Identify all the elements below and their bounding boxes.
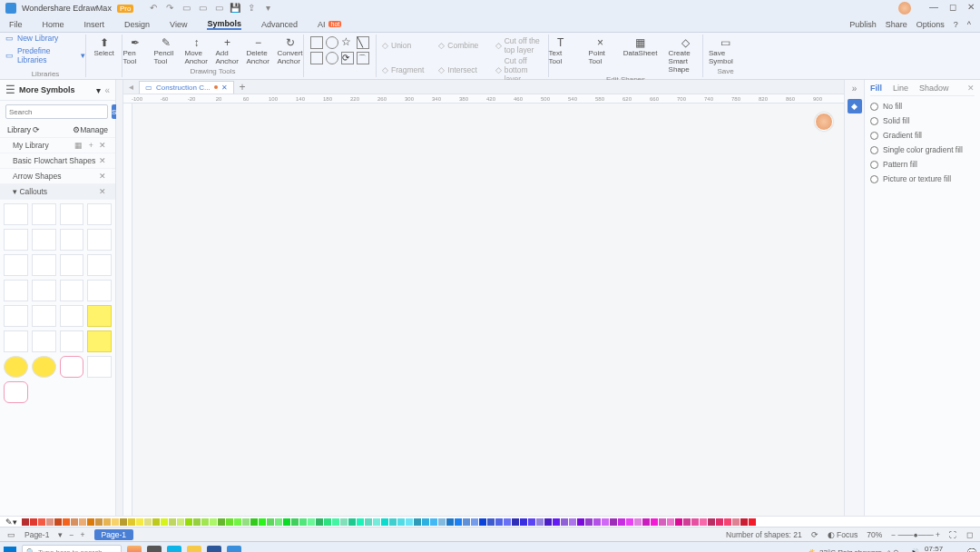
shape-gallery[interactable]: ☆╲ ⟳⌒ bbox=[310, 36, 369, 64]
color-swatch[interactable] bbox=[22, 518, 29, 526]
fill-option[interactable]: Picture or texture fill bbox=[870, 174, 975, 183]
color-swatch[interactable] bbox=[716, 518, 723, 526]
color-swatch[interactable] bbox=[250, 518, 258, 526]
color-swatch[interactable] bbox=[267, 518, 274, 526]
color-swatch[interactable] bbox=[95, 518, 103, 526]
color-swatch[interactable] bbox=[275, 518, 282, 526]
point-tool[interactable]: ×Point Tool bbox=[589, 36, 612, 74]
color-swatch[interactable] bbox=[38, 518, 45, 526]
color-swatch[interactable] bbox=[308, 518, 315, 526]
color-swatch[interactable] bbox=[373, 518, 380, 526]
task-icon[interactable] bbox=[147, 546, 162, 553]
color-swatch[interactable] bbox=[675, 518, 682, 526]
color-swatch[interactable] bbox=[414, 518, 421, 526]
color-swatch[interactable] bbox=[430, 518, 437, 526]
zoom-level[interactable]: 70% bbox=[867, 530, 882, 539]
focus-button[interactable]: ◐ Focus bbox=[828, 530, 858, 539]
minimize-icon[interactable]: — bbox=[929, 2, 938, 15]
fill-tool-icon[interactable]: ◆ bbox=[848, 99, 862, 113]
fill-option[interactable]: Single color gradient fill bbox=[870, 145, 975, 154]
color-swatch[interactable] bbox=[218, 518, 225, 526]
color-swatch[interactable] bbox=[504, 518, 511, 526]
color-swatch[interactable] bbox=[161, 518, 168, 526]
union-tool[interactable]: ◇ Union bbox=[382, 36, 429, 54]
color-swatch[interactable] bbox=[708, 518, 715, 526]
collaborator-avatar[interactable] bbox=[815, 113, 833, 131]
dropdown-icon[interactable]: ▾ bbox=[96, 85, 101, 95]
menu-view[interactable]: View bbox=[170, 20, 187, 29]
share-button[interactable]: Share bbox=[886, 20, 907, 29]
shape-thumb[interactable] bbox=[4, 229, 28, 251]
save-icon[interactable]: 💾 bbox=[230, 3, 240, 14]
color-swatch[interactable] bbox=[112, 518, 119, 526]
arrow-shapes-item[interactable]: Arrow Shapes bbox=[13, 172, 61, 181]
tab-nav-icon[interactable]: ◂ bbox=[129, 82, 133, 92]
color-swatch[interactable] bbox=[324, 518, 331, 526]
close-icon[interactable]: ✕ bbox=[99, 156, 108, 165]
qat-icon[interactable]: ▭ bbox=[181, 3, 191, 14]
color-swatch[interactable] bbox=[71, 518, 78, 526]
close-tab-icon[interactable]: ✕ bbox=[221, 84, 228, 92]
shape-thumb[interactable] bbox=[4, 381, 28, 403]
color-swatch[interactable] bbox=[316, 518, 323, 526]
color-swatch[interactable] bbox=[54, 518, 62, 526]
shape-thumb[interactable] bbox=[4, 203, 28, 225]
color-swatch[interactable] bbox=[618, 518, 625, 526]
color-swatch[interactable] bbox=[487, 518, 495, 526]
color-swatch[interactable] bbox=[569, 518, 576, 526]
pencil-tool[interactable]: ✎Pencil Tool bbox=[154, 36, 178, 65]
fill-option[interactable]: Solid fill bbox=[870, 116, 975, 125]
close-icon[interactable]: ✕ bbox=[99, 172, 108, 181]
color-swatch[interactable] bbox=[724, 518, 731, 526]
color-swatch[interactable] bbox=[128, 518, 135, 526]
color-swatch[interactable] bbox=[210, 518, 217, 526]
shape-thumb[interactable] bbox=[60, 280, 84, 301]
convert-anchor-tool[interactable]: ↻Convert Anchor bbox=[278, 36, 303, 65]
line-tab[interactable]: Line bbox=[893, 84, 908, 93]
options-button[interactable]: Options bbox=[916, 20, 945, 29]
save-symbol-tool[interactable]: ▭Save Symbol bbox=[709, 36, 742, 65]
color-swatch[interactable] bbox=[446, 518, 454, 526]
explorer-icon[interactable] bbox=[187, 546, 201, 553]
shape-thumb[interactable] bbox=[60, 330, 84, 352]
color-swatch[interactable] bbox=[332, 518, 339, 526]
document-tab[interactable]: ▭ Construction C... ✕ bbox=[139, 81, 234, 94]
select-tool[interactable]: ⬆Select bbox=[93, 36, 116, 57]
color-swatch[interactable] bbox=[528, 518, 535, 526]
color-swatch[interactable] bbox=[749, 518, 756, 526]
color-swatch[interactable] bbox=[193, 518, 201, 526]
color-swatch[interactable] bbox=[438, 518, 446, 526]
shape-thumb[interactable] bbox=[32, 280, 56, 301]
color-swatch[interactable] bbox=[30, 518, 37, 526]
color-swatch[interactable] bbox=[226, 518, 233, 526]
color-swatch[interactable] bbox=[242, 518, 250, 526]
color-swatch[interactable] bbox=[357, 518, 364, 526]
color-swatch[interactable] bbox=[520, 518, 527, 526]
qat-icon[interactable]: ▭ bbox=[197, 3, 208, 14]
shape-thumb[interactable] bbox=[87, 305, 112, 327]
sync-icon[interactable]: ⟳ bbox=[811, 530, 818, 539]
color-swatch[interactable] bbox=[136, 518, 143, 526]
manage-button[interactable]: ⚙Manage bbox=[73, 125, 108, 134]
color-swatch[interactable] bbox=[340, 518, 348, 526]
color-swatch[interactable] bbox=[283, 518, 290, 526]
delete-anchor-tool[interactable]: −Delete Anchor bbox=[247, 36, 270, 65]
add-anchor-tool[interactable]: +Add Anchor bbox=[216, 36, 240, 65]
shape-thumb[interactable] bbox=[60, 356, 84, 378]
page-nav[interactable]: ▾ − + bbox=[58, 530, 84, 539]
user-avatar[interactable] bbox=[898, 2, 911, 15]
shape-thumb[interactable] bbox=[87, 254, 112, 276]
shape-thumb[interactable] bbox=[4, 254, 28, 276]
text-tool[interactable]: TText Tool bbox=[549, 36, 573, 74]
color-swatch[interactable] bbox=[389, 518, 397, 526]
color-swatch[interactable] bbox=[642, 518, 650, 526]
color-swatch[interactable] bbox=[536, 518, 544, 526]
color-swatch[interactable] bbox=[63, 518, 70, 526]
redo-icon[interactable]: ↷ bbox=[164, 3, 175, 14]
symbol-search-input[interactable] bbox=[5, 104, 108, 119]
color-swatch[interactable] bbox=[299, 518, 307, 526]
menu-icon[interactable]: ☰ bbox=[5, 84, 15, 96]
callouts-item[interactable]: ▾ Callouts bbox=[13, 187, 47, 196]
tray-icons[interactable]: ^ ⊙ ☁ 🔊 bbox=[887, 548, 919, 552]
shape-thumb[interactable] bbox=[87, 356, 112, 378]
